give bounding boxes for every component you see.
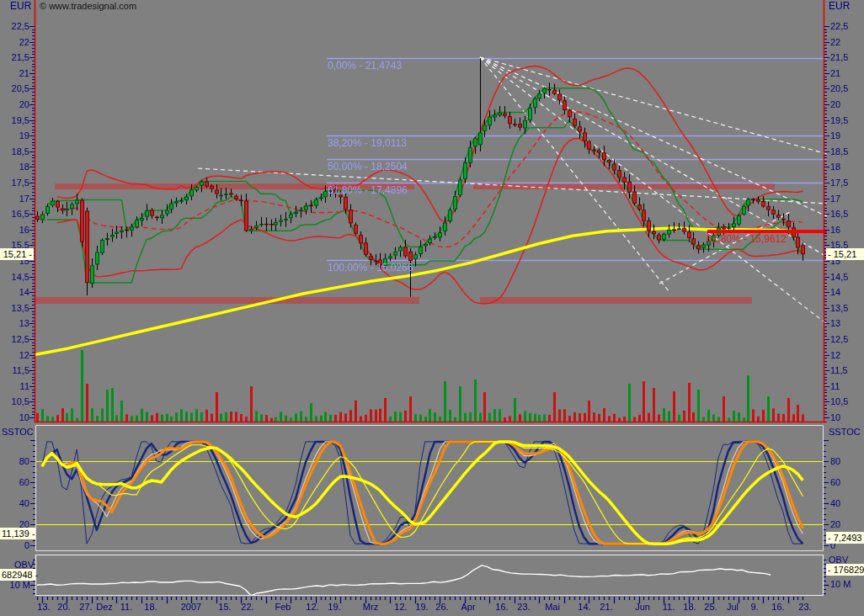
sstoc-axis-label: 80 xyxy=(830,456,840,467)
price-axis-label: 10,5 xyxy=(1,396,29,407)
price-axis-label: 18 xyxy=(830,162,840,173)
price-axis-label: 13 xyxy=(830,318,840,329)
sstoc-axis-label: 60 xyxy=(830,477,840,488)
price-axis-label: 12 xyxy=(830,350,840,361)
sstoc-axis-label: 0 xyxy=(1,540,29,551)
price-axis-label: 13,5 xyxy=(1,303,29,314)
sstoc-title-right: SSTOC xyxy=(829,427,861,438)
sstoc-axis-label: 60 xyxy=(1,477,29,488)
price-axis-label: 19 xyxy=(1,130,29,141)
price-axis-label: 11 xyxy=(830,381,840,392)
price-axis-label: 13 xyxy=(1,318,29,329)
price-axis-label: 19,5 xyxy=(830,115,848,126)
copyright-text: © www.tradesignal.com xyxy=(40,1,136,12)
price-axis-label: 22 xyxy=(830,37,840,48)
price-axis-label: 10,5 xyxy=(830,396,848,407)
price-axis-label: 10 xyxy=(830,412,840,423)
obv-value-marker-right: - 1768294 xyxy=(826,564,864,576)
price-axis-label: 12,5 xyxy=(1,334,29,345)
price-axis-label: 21 xyxy=(830,68,840,79)
sstoc-value-marker-right: - 7,2493 xyxy=(826,532,864,544)
price-axis-label: 17,5 xyxy=(830,178,848,189)
price-axis-label: 10 xyxy=(1,412,29,423)
obv-value-marker-left: 682948 - xyxy=(0,569,35,581)
last-price-marker-left: 15,21 - xyxy=(0,248,34,260)
price-axis-label: 20,5 xyxy=(830,83,848,94)
price-axis-label: 16 xyxy=(830,225,840,236)
price-axis-label: 18,5 xyxy=(1,146,29,157)
price-axis-label: 14 xyxy=(830,287,840,298)
price-axis-label: 11,5 xyxy=(1,365,29,376)
date-axis-label: Apr xyxy=(450,602,487,612)
price-axis-label: 20,5 xyxy=(1,83,29,94)
obv-scale-label-left: 10 M xyxy=(2,580,30,591)
date-axis-label: 22. xyxy=(229,602,266,612)
price-axis-label: 14,5 xyxy=(830,272,848,283)
price-axis-label: 21,5 xyxy=(830,52,848,63)
price-axis-label: 19 xyxy=(830,130,840,141)
price-axis-label: 17,5 xyxy=(1,178,29,189)
sstoc-axis-label: 20 xyxy=(830,519,840,530)
fib-level-0-label: 0,00% - 21,4743 xyxy=(328,60,402,72)
resistance-level-label: 61,80% - 15,9612 xyxy=(707,233,787,245)
date-axis-label: 23. xyxy=(787,602,824,612)
price-axis-label: 17 xyxy=(1,194,29,204)
price-axis-label: 20 xyxy=(1,99,29,110)
sstoc-title-left: SSTOC xyxy=(2,427,34,438)
fib-level-61-label: 61,80% - 17,4896 xyxy=(328,184,408,196)
price-axis-label: 21,5 xyxy=(1,52,29,63)
price-axis-label: 16,5 xyxy=(1,209,29,220)
price-axis-label: 12,5 xyxy=(830,334,848,345)
price-axis-label: 13,5 xyxy=(830,303,848,314)
price-axis-label: 17 xyxy=(830,194,840,204)
price-axis-label: 18,5 xyxy=(830,146,848,157)
date-axis-label: 2007 xyxy=(173,602,210,612)
sstoc-value-marker-left: 11,139 - xyxy=(0,528,35,539)
trading-chart-window: © www.tradesignal.com EUR EUR 0,00% - 21… xyxy=(0,0,864,616)
fib-level-50-label: 50,00% - 18,2504 xyxy=(328,161,408,173)
price-axis-label: 16,5 xyxy=(830,209,848,220)
date-axis-label: 21. xyxy=(588,602,625,612)
price-axis-label: 14,5 xyxy=(1,272,29,283)
price-axis-label: 22 xyxy=(1,37,29,48)
currency-axis-label-right: EUR xyxy=(829,1,850,12)
date-axis-label: 18. xyxy=(132,602,169,612)
date-axis-label: 19. xyxy=(316,602,353,612)
price-axis-label: 22,5 xyxy=(1,21,29,32)
price-axis-label: 11,5 xyxy=(830,365,848,376)
price-axis-label: 12 xyxy=(1,350,29,361)
price-axis-label: 16 xyxy=(1,225,29,236)
price-axis-label: 14 xyxy=(1,287,29,298)
price-axis-label: 20 xyxy=(830,99,840,110)
last-price-marker-right: - 15,21 xyxy=(826,248,864,260)
price-chart-canvas[interactable] xyxy=(0,0,864,616)
price-axis-label: 22,5 xyxy=(830,21,848,32)
price-axis-label: 18 xyxy=(1,162,29,173)
sstoc-axis-label: 40 xyxy=(830,498,840,509)
price-axis-label: 11 xyxy=(1,381,29,392)
price-axis-label: 19,5 xyxy=(1,115,29,126)
obv-scale-label-right: 10 M xyxy=(830,579,851,590)
price-axis-label: 21 xyxy=(1,68,29,79)
fib-level-100-label: 100,00% - 15,0266 xyxy=(328,262,413,273)
fib-level-38-label: 38,20% - 19,0113 xyxy=(328,137,407,149)
sstoc-axis-label: 40 xyxy=(1,498,29,509)
currency-axis-label-left: EUR xyxy=(10,1,31,12)
sstoc-axis-label: 80 xyxy=(1,456,29,467)
